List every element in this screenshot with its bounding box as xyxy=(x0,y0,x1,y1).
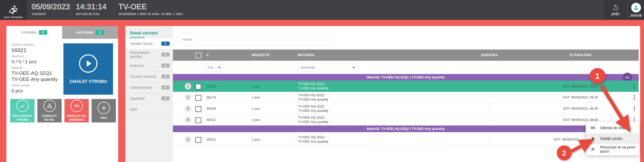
context-menu-item-presunout-na-prvni-pozici[interactable]: Přesunout se na první pozici xyxy=(586,144,639,155)
row-delivery: - xyxy=(469,103,510,114)
table-row[interactable]: 1 59321 1 pcs TV-OEE-AQ-1EQ1 TV-OEE-Any … xyxy=(173,81,639,92)
row-delivery: - xyxy=(469,114,510,125)
menu-item-vyrobni-fronta[interactable]: Výrobní fronta 5 xyxy=(125,38,173,49)
row-menu-kebab[interactable] xyxy=(631,94,638,101)
station-title: TV-OEE xyxy=(118,3,184,11)
more-label: VÍCE xyxy=(100,116,107,120)
back-button[interactable]: ZPĚT xyxy=(604,0,627,20)
select-all-checkbox[interactable] xyxy=(195,53,201,58)
chevron-down-icon xyxy=(352,67,355,68)
quantity-value: 0 / 0 / 1 pcs xyxy=(12,59,37,65)
menu-item-label: Výrobní fronta xyxy=(130,42,152,46)
menu-item-badge: 0 xyxy=(161,74,170,79)
station-detail-panel: Detail výrobní stanice Výrobní fronta 5 … xyxy=(125,26,640,162)
send-to-redbox-button[interactable]: ODESLAT DO REDBOXU xyxy=(64,99,89,122)
menu-item-label: Instrukce xyxy=(130,64,145,68)
column-hash: # xyxy=(207,49,208,61)
row-quantity: 1 pcs xyxy=(252,92,260,103)
user-avatar xyxy=(631,3,641,13)
material-filter-select[interactable]: MATERIÁL xyxy=(297,63,358,72)
start-production-button[interactable]: ZAHÁJIT VÝROBU xyxy=(63,43,113,95)
order-label: Výrobní zakázka xyxy=(12,43,34,46)
context-menu-item-zahajit-vyrobu[interactable]: Zahájit výrobu xyxy=(586,133,639,144)
station-delay-status: ZPOŽDĚNO 1 DNŮ 20 HOD. 41 MIN. 1 SEK. xyxy=(118,13,184,16)
table-row[interactable]: 4 59311 1 pcs TV-OEE-AQ-1EQ1 TV-OEE-Any … xyxy=(173,114,639,126)
start-production-label: ZAHÁJIT VÝROBU xyxy=(69,79,107,84)
table-filter-row: POL... MATERIÁL xyxy=(173,61,639,74)
table-row[interactable]: 5 59221 1 pcs TV-OEE-AQ-2EQ2 TV-OEE-Any … xyxy=(173,132,639,147)
user-menu[interactable]: JAKUB xyxy=(627,0,644,20)
tab-historie-label: HISTORIE xyxy=(76,31,93,34)
current-time: 14:31:14 xyxy=(76,3,106,11)
row-checkbox[interactable] xyxy=(195,117,201,123)
menu-item-oee[interactable]: OEE xyxy=(125,104,173,115)
table-header: # MNOŽSTVÍ MATERIÁL DODÁVKA PLÁNOVÁNO xyxy=(173,49,639,61)
tab-vyroba[interactable]: VÝROBA 0 xyxy=(6,26,62,39)
row-planned: EST: 06/09/2023, 06:10 xyxy=(550,81,611,92)
quantity-label: Množství xyxy=(12,55,24,58)
tab-historie[interactable]: HISTORIE 2 xyxy=(62,26,118,39)
menu-item-label: OEE xyxy=(130,107,138,111)
context-menu-label: Odeslat do redboxu xyxy=(600,126,631,130)
menu-item-badge: 5 xyxy=(161,42,170,46)
header-date-block: 05/09/2023 TUESDAY xyxy=(31,3,70,16)
row-planned: EST: 06/09/2023, 06:20 xyxy=(550,92,611,103)
row-checkbox[interactable] xyxy=(195,106,201,112)
row-material: TV-OEE-AQ-2EQ2 TV-OEE-Any quantity xyxy=(298,135,328,144)
more-button[interactable]: VÍCE xyxy=(92,99,116,122)
user-name: JAKUB xyxy=(630,14,642,17)
row-delivery: - xyxy=(469,92,510,103)
table-row[interactable]: 2 59173 1 pcs TV-OEE-AQ-1EQ1 TV-OEE-Any … xyxy=(173,92,639,103)
current-date: 05/09/2023 xyxy=(31,3,70,11)
material-code: TV-OEE-AQ-1EQ1 xyxy=(12,70,52,76)
row-order: 59195 xyxy=(207,103,216,114)
header-divider xyxy=(114,4,114,16)
header-time-block: 14:31:14 AKTUÁLNÍ ČAS xyxy=(76,3,106,16)
order-number: 59321 xyxy=(12,47,26,53)
declare-production-button[interactable]: DEKLAROVAT VÝROBU xyxy=(10,99,35,122)
show-detail-button[interactable]: ZOBRAZIT DETAIL xyxy=(37,99,62,122)
material-group-header: Materiál: TV-OEE-AQ-2EQ2 | TV-OEE-Any qu… xyxy=(173,126,639,132)
menu-item-operatori[interactable]: Operátoři 0 xyxy=(125,93,173,104)
material-filter-value: MATERIÁL xyxy=(301,66,316,69)
tab-historie-badge: 2 xyxy=(96,30,104,35)
row-context-menu: Odeslat do redboxu Zahájit výrobu Přesun… xyxy=(586,122,639,155)
column-quantity: MNOŽSTVÍ xyxy=(252,49,270,61)
search-input[interactable] xyxy=(178,33,332,45)
declare-production-label: DEKLAROVAT VÝROBU xyxy=(10,114,35,122)
row-menu-kebab[interactable] xyxy=(631,105,638,112)
company-logo[interactable]: your company xyxy=(0,0,27,20)
menu-item-label: Operátoři xyxy=(130,96,145,101)
row-order: 59173 xyxy=(207,92,216,103)
menu-item-label: Nekompletní položky xyxy=(130,51,161,59)
table-row[interactable]: 3 59195 1 pcs TV-OEE-AQ-1EQ1 TV-OEE-Any … xyxy=(173,103,639,114)
row-order: 59321 xyxy=(207,81,216,92)
column-material: MATERIÁL xyxy=(298,49,315,61)
context-menu-item-odeslat-do-redboxu[interactable]: Odeslat do redboxu xyxy=(586,122,639,133)
check-circle-icon xyxy=(16,100,29,112)
row-checkbox[interactable] xyxy=(195,84,201,90)
menu-item-vizualni-kontrola[interactable]: Vizuální kontrola 0 xyxy=(125,71,173,82)
row-order: 59221 xyxy=(207,132,216,147)
row-position-badge: 4 xyxy=(185,117,191,123)
show-detail-label: ZOBRAZIT DETAIL xyxy=(37,114,62,122)
tab-vyroba-badge: 0 xyxy=(39,30,47,35)
undo-icon xyxy=(612,4,619,11)
context-menu-label: Zahájit výrobu xyxy=(600,136,623,141)
menu-item-dokumentace[interactable]: Dokumentace 0 xyxy=(125,82,173,93)
menu-item-badge: 0 xyxy=(161,53,170,57)
row-delivery: - xyxy=(469,81,510,92)
menu-item-badge: 0 xyxy=(161,96,170,101)
menu-item-nekompletni-polozky[interactable]: Nekompletní položky 0 xyxy=(125,49,173,60)
row-checkbox[interactable] xyxy=(195,137,201,143)
row-menu-kebab[interactable] xyxy=(631,83,638,90)
play-icon xyxy=(590,136,596,141)
menu-item-label: Vizuální kontrola xyxy=(130,74,156,79)
position-filter-select[interactable]: POL... xyxy=(205,63,220,72)
row-checkbox[interactable] xyxy=(195,95,201,101)
link-icon xyxy=(590,125,596,131)
logo-figure-icon xyxy=(8,5,19,16)
current-day: TUESDAY xyxy=(31,13,70,16)
column-planned: PLÁNOVÁNO xyxy=(550,49,611,61)
menu-item-instrukce[interactable]: Instrukce 0 xyxy=(125,60,173,71)
